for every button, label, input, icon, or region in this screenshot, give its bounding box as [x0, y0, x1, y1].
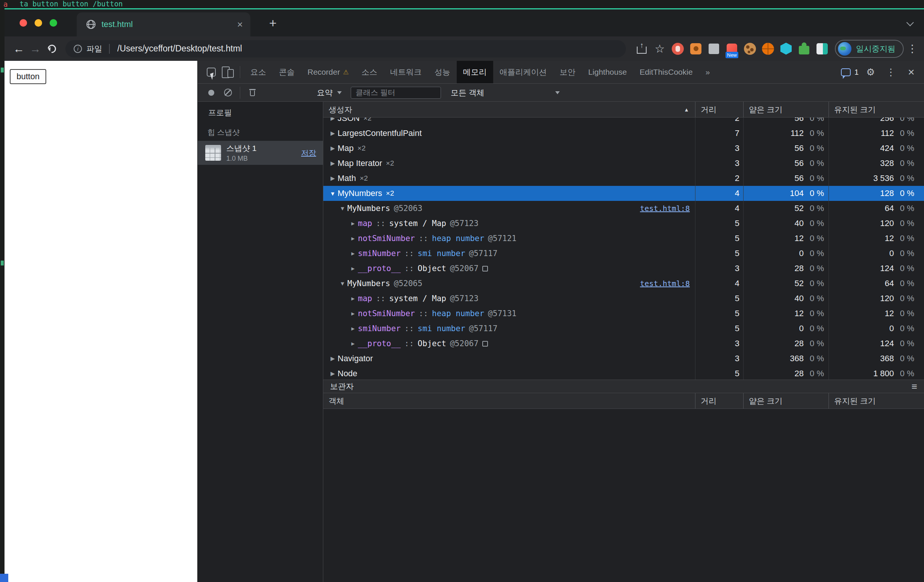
expander-closed-icon[interactable]: ▶: [328, 130, 338, 136]
heap-row[interactable]: ▶__proto__::Object@520673280 %1240 %: [323, 261, 924, 276]
star-icon[interactable]: [652, 41, 667, 56]
heap-row[interactable]: ▶Map Iterator×23560 %3280 %: [323, 156, 924, 171]
back-button[interactable]: ←: [10, 41, 27, 57]
expander-closed-icon[interactable]: ▶: [348, 250, 358, 257]
delete-snapshot-button[interactable]: [244, 84, 261, 101]
tab-close-icon[interactable]: ×: [237, 20, 243, 29]
heap-row[interactable]: ▶Map×23560 %4240 %: [323, 141, 924, 156]
devtools-close-icon[interactable]: ×: [903, 64, 919, 81]
browser-tab[interactable]: test.html ×: [77, 12, 250, 36]
expander-closed-icon[interactable]: ▶: [328, 370, 338, 377]
devtools-tab-애플리케이션[interactable]: 애플리케이션: [493, 61, 553, 83]
inspect-element-button[interactable]: [203, 64, 219, 81]
square-icon[interactable]: [706, 41, 721, 56]
hexagon-icon[interactable]: [779, 41, 794, 56]
heap-row[interactable]: ▶LargestContentfulPaint71120 %1120 %: [323, 126, 924, 141]
expander-open-icon[interactable]: ▼: [338, 205, 347, 212]
heap-row[interactable]: ▶JSON×22560 %2560 %: [323, 118, 924, 126]
devtools-tab-소스[interactable]: 소스: [355, 61, 384, 83]
address-bar[interactable]: i 파일 /Users/yceffort/Desktop/test.html: [65, 40, 626, 58]
devtools-tab-콘솔[interactable]: 콘솔: [272, 61, 301, 83]
column-header[interactable]: 생성자▲: [323, 102, 695, 117]
save-snapshot-link[interactable]: 저장: [301, 148, 316, 158]
source-link[interactable]: test.html:8: [640, 204, 690, 213]
site-info-icon[interactable]: i: [74, 45, 82, 53]
split-icon[interactable]: [815, 41, 830, 56]
objects-select[interactable]: 모든 객체: [451, 87, 560, 98]
column-header[interactable]: 얕은 크기: [744, 102, 829, 117]
profile-button[interactable]: 일시중지됨: [835, 40, 904, 58]
share-icon[interactable]: [634, 41, 649, 56]
heap-row[interactable]: ▼MyNumbers@52063test.html:84520 %640 %: [323, 201, 924, 216]
grid-rows[interactable]: ▶JSON×22560 %2560 %▶LargestContentfulPai…: [323, 118, 924, 380]
expander-closed-icon[interactable]: ▶: [328, 118, 338, 122]
column-header[interactable]: 거리: [695, 393, 744, 409]
devtools-tab-요소[interactable]: 요소: [244, 61, 272, 83]
devtools-tab-»[interactable]: »: [699, 61, 716, 83]
devtools-tab-보안[interactable]: 보안: [553, 61, 582, 83]
puzzle-icon[interactable]: [797, 41, 812, 56]
devtools-settings-icon[interactable]: ⚙: [862, 64, 879, 81]
expander-closed-icon[interactable]: ▶: [328, 160, 338, 167]
site-chip-label[interactable]: 파일: [86, 44, 102, 54]
hand-icon[interactable]: [670, 41, 685, 56]
cookie-icon[interactable]: [742, 41, 757, 56]
expander-closed-icon[interactable]: ▶: [328, 145, 338, 152]
issues-icon[interactable]: [841, 68, 851, 76]
heap-row[interactable]: ▶Math×22560 %3 5360 %: [323, 171, 924, 186]
expander-closed-icon[interactable]: ▶: [348, 325, 358, 332]
heap-row[interactable]: ▶smiNumber::smi number@57117500 %00 %: [323, 246, 924, 261]
maximize-window-button[interactable]: [50, 19, 57, 27]
expander-closed-icon[interactable]: ▶: [348, 220, 358, 227]
browser-menu-icon[interactable]: ⋮: [907, 43, 918, 55]
tab-search-chevron-icon[interactable]: [906, 19, 914, 26]
retainers-menu-icon[interactable]: ≡: [912, 381, 917, 391]
minimize-window-button[interactable]: [35, 19, 42, 27]
heap-row[interactable]: ▶notSmiNumber::heap number@571215120 %12…: [323, 231, 924, 246]
url-text[interactable]: /Users/yceffort/Desktop/test.html: [117, 44, 242, 54]
expander-open-icon[interactable]: ▼: [338, 280, 347, 287]
heap-row[interactable]: ▼MyNumbers×241040 %1280 %: [323, 186, 924, 201]
column-header[interactable]: 유지된 크기: [829, 102, 924, 117]
column-header[interactable]: 객체: [323, 393, 695, 409]
expander-closed-icon[interactable]: ▶: [348, 265, 358, 272]
heap-row[interactable]: ▶map::system / Map@571235400 %1200 %: [323, 291, 924, 306]
perspective-select[interactable]: 요약: [317, 87, 342, 98]
ball-icon[interactable]: [761, 41, 776, 56]
source-link[interactable]: test.html:8: [640, 279, 690, 288]
issues-count[interactable]: 1: [855, 68, 859, 77]
new-badge-icon[interactable]: New: [724, 41, 739, 56]
expander-closed-icon[interactable]: ▶: [348, 295, 358, 302]
reload-button[interactable]: [44, 41, 60, 57]
snapshot-item[interactable]: 스냅샷 1 1.0 MB 저장: [198, 141, 323, 165]
devtools-tab-성능[interactable]: 성능: [428, 61, 457, 83]
column-header[interactable]: 거리: [695, 102, 744, 117]
heap-row[interactable]: ▶notSmiNumber::heap number@571315120 %12…: [323, 306, 924, 321]
expander-closed-icon[interactable]: ▶: [348, 310, 358, 317]
heap-row[interactable]: ▶map::system / Map@571235400 %1200 %: [323, 216, 924, 231]
expander-closed-icon[interactable]: ▶: [328, 175, 338, 182]
heap-row[interactable]: ▼MyNumbers@52065test.html:84520 %640 %: [323, 276, 924, 291]
devtools-tab-네트워크[interactable]: 네트워크: [384, 61, 428, 83]
heap-row[interactable]: ▶smiNumber::smi number@57117500 %00 %: [323, 321, 924, 336]
heap-row[interactable]: ▶Navigator33680 %3680 %: [323, 351, 924, 366]
clear-profiles-button[interactable]: [219, 84, 236, 101]
expander-open-icon[interactable]: ▼: [328, 191, 338, 197]
class-filter-input[interactable]: [351, 87, 441, 99]
expander-closed-icon[interactable]: ▶: [348, 340, 358, 347]
expander-closed-icon[interactable]: ▶: [348, 235, 358, 242]
devtools-tab-EditThisCookie[interactable]: EditThisCookie: [633, 61, 699, 83]
page-button[interactable]: button: [10, 69, 46, 84]
devtools-tab-메모리[interactable]: 메모리: [457, 61, 493, 83]
person-icon[interactable]: [688, 41, 703, 56]
column-header[interactable]: 유지된 크기: [829, 393, 924, 409]
heap-row[interactable]: ▶__proto__::Object@520673280 %1240 %: [323, 336, 924, 351]
close-window-button[interactable]: [20, 19, 27, 27]
devtools-menu-icon[interactable]: ⋮: [883, 64, 899, 81]
new-tab-button[interactable]: +: [266, 15, 280, 30]
forward-button[interactable]: →: [27, 41, 44, 57]
column-header[interactable]: 얕은 크기: [744, 393, 829, 409]
expander-closed-icon[interactable]: ▶: [328, 355, 338, 362]
devtools-tab-Recorder[interactable]: Recorder⚠: [301, 61, 355, 83]
take-snapshot-button[interactable]: [203, 84, 219, 101]
